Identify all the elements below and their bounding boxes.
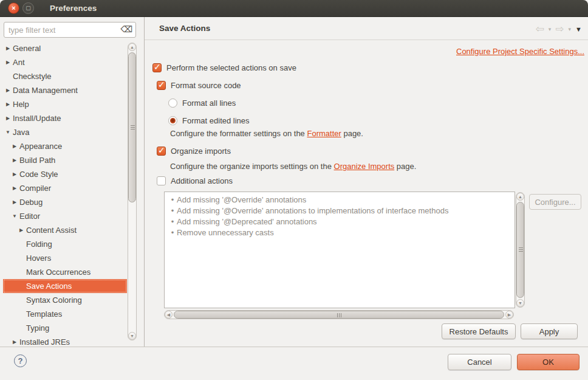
- tree-expand-icon[interactable]: ▶: [10, 167, 19, 181]
- tree-item-label: Build Path: [19, 153, 55, 167]
- tree-item-label: Java: [13, 125, 29, 139]
- bullet-icon: •: [168, 216, 177, 227]
- forward-history-dropdown-icon[interactable]: ▾: [569, 26, 572, 32]
- additional-actions-row[interactable]: Additional actions: [157, 176, 233, 185]
- filter-input[interactable]: [4, 22, 136, 38]
- tree-expand-icon[interactable]: ▶: [3, 97, 13, 111]
- tree-expand-icon[interactable]: ▼: [10, 209, 19, 223]
- actions-list-item-label: Add missing '@Override' annotations: [177, 195, 306, 206]
- tree-expand-icon[interactable]: ▶: [3, 55, 13, 69]
- tree-item-label: Content Assist: [26, 223, 77, 237]
- maximize-button[interactable]: ▢: [22, 2, 34, 14]
- perform-actions-checkbox[interactable]: [152, 63, 162, 72]
- preferences-window: × ▢ Preferences ⌫ ▶ General ▶ Ant Checks…: [0, 0, 588, 380]
- cancel-button[interactable]: Cancel: [448, 354, 511, 370]
- tree-expand-icon[interactable]: ▶: [10, 335, 19, 347]
- sidebar-tree-item[interactable]: ▶ Appearance: [3, 139, 127, 153]
- tree-expand-icon[interactable]: ▶: [10, 153, 19, 167]
- sidebar-tree-item[interactable]: Checkstyle: [3, 69, 127, 83]
- sidebar-tree-item[interactable]: ▶ Build Path: [3, 153, 127, 167]
- tree-item-label: Typing: [26, 321, 49, 335]
- format-all-lines-radio[interactable]: [168, 98, 177, 108]
- configure-button[interactable]: Configure...: [529, 194, 581, 210]
- clear-filter-icon[interactable]: ⌫: [120, 24, 132, 34]
- sidebar-tree-item[interactable]: ▶ Compiler: [3, 181, 127, 195]
- tree-item-label: Mark Occurrences: [26, 265, 91, 279]
- format-all-lines-row[interactable]: Format all lines: [168, 98, 236, 108]
- page-title: Save Actions: [159, 24, 210, 33]
- tree-expand-icon[interactable]: ▶: [3, 83, 13, 97]
- tree-expand-icon[interactable]: ▶: [16, 223, 26, 237]
- tree-scrollbar[interactable]: ▲ ▼: [128, 43, 137, 340]
- tree-expand-icon[interactable]: ▶: [10, 181, 19, 195]
- bullet-icon: •: [168, 206, 177, 216]
- sidebar-tree-item[interactable]: ▶ Ant: [3, 55, 127, 69]
- sidebar-tree-item[interactable]: ▶ Installed JREs: [3, 335, 127, 347]
- format-source-row[interactable]: Format source code: [157, 80, 241, 90]
- tree-expand-icon[interactable]: ▶: [10, 139, 19, 153]
- sidebar-tree-item[interactable]: ▶ Code Style: [3, 167, 127, 181]
- tree-expand-icon[interactable]: ▶: [3, 41, 13, 55]
- perform-actions-row[interactable]: Perform the selected actions on save: [152, 63, 296, 72]
- format-source-checkbox[interactable]: [157, 81, 166, 90]
- configure-project-settings-link[interactable]: Configure Project Specific Settings...: [456, 47, 584, 56]
- sidebar-tree-item[interactable]: Hovers: [3, 251, 127, 265]
- sidebar-tree-item[interactable]: Mark Occurrences: [3, 265, 127, 279]
- sidebar-tree-item[interactable]: Syntax Coloring: [3, 293, 127, 307]
- actions-list-scrollbar[interactable]: ▲ ▼: [516, 192, 525, 308]
- sidebar-tree-item[interactable]: ▶ Help: [3, 97, 127, 111]
- actions-list-hscrollbar[interactable]: ◀ ▶: [164, 310, 514, 319]
- format-edited-lines-radio[interactable]: [168, 116, 177, 125]
- sidebar-tree-item[interactable]: Templates: [3, 307, 127, 321]
- sidebar-tree-item[interactable]: Folding: [3, 237, 127, 251]
- tree-item-label: Editor: [19, 209, 40, 223]
- organize-imports-page-link[interactable]: Organize Imports: [334, 162, 395, 171]
- tree-expand-icon[interactable]: ▼: [3, 125, 13, 139]
- actions-list-item[interactable]: • Add missing '@Override' annotations to…: [168, 206, 511, 216]
- help-button[interactable]: ?: [14, 354, 27, 367]
- sidebar-tree-item[interactable]: ▶ Debug: [3, 195, 127, 209]
- forward-icon[interactable]: ⇨: [555, 23, 564, 35]
- tree-item-label: Help: [13, 97, 29, 111]
- scroll-up-icon[interactable]: ▲: [516, 193, 524, 201]
- actions-list-item[interactable]: • Remove unnecessary casts: [168, 227, 511, 238]
- restore-defaults-button[interactable]: Restore Defaults: [442, 323, 516, 339]
- actions-list-item[interactable]: • Add missing '@Override' annotations: [168, 195, 511, 206]
- maximize-icon: ▢: [26, 5, 31, 11]
- additional-actions-checkbox[interactable]: [157, 176, 166, 185]
- sidebar-tree-item[interactable]: ▶ Data Management: [3, 83, 127, 97]
- formatter-page-link[interactable]: Formatter: [307, 129, 341, 138]
- organize-imports-row[interactable]: Organize imports: [157, 146, 231, 156]
- apply-button[interactable]: Apply: [521, 323, 578, 339]
- scroll-down-icon[interactable]: ▼: [128, 332, 136, 340]
- actions-list-item[interactable]: • Add missing '@Deprecated' annotations: [168, 216, 511, 227]
- organize-imports-checkbox[interactable]: [157, 147, 166, 156]
- scroll-right-icon[interactable]: ▶: [505, 311, 513, 319]
- sidebar-tree-item[interactable]: ▶ General: [3, 41, 127, 55]
- sidebar-tree-item[interactable]: ▼ Editor: [3, 209, 127, 223]
- ok-button[interactable]: OK: [517, 354, 579, 370]
- header-separator: [145, 40, 588, 40]
- tree-expand-icon[interactable]: ▶: [10, 195, 19, 209]
- actions-list-hscrollbar-thumb[interactable]: [174, 311, 504, 319]
- actions-list-item-label: Remove unnecessary casts: [177, 227, 274, 238]
- view-menu-icon[interactable]: ▼: [575, 26, 582, 33]
- sidebar-tree-item[interactable]: Typing: [3, 321, 127, 335]
- tree-scrollbar-thumb[interactable]: [128, 52, 136, 202]
- sidebar-tree-item[interactable]: Save Actions: [3, 279, 127, 293]
- back-icon[interactable]: ⇦: [536, 23, 544, 35]
- sidebar-tree-item[interactable]: ▼ Java: [3, 125, 127, 139]
- actions-list-scrollbar-thumb[interactable]: [516, 202, 524, 298]
- close-button[interactable]: ×: [8, 2, 19, 14]
- format-edited-lines-row[interactable]: Format edited lines: [168, 116, 250, 125]
- format-source-label: Format source code: [171, 81, 241, 90]
- content-panel: Save Actions ⇦ ▾ ⇨ ▾ ▼ Configure Project…: [145, 17, 588, 347]
- scroll-up-icon[interactable]: ▲: [128, 43, 136, 51]
- scroll-down-icon[interactable]: ▼: [516, 299, 524, 307]
- back-history-dropdown-icon[interactable]: ▾: [549, 26, 552, 32]
- scroll-left-icon[interactable]: ◀: [165, 311, 173, 319]
- actions-list[interactable]: • Add missing '@Override' annotations • …: [164, 192, 515, 308]
- sidebar-tree-item[interactable]: ▶ Install/Update: [3, 111, 127, 125]
- sidebar-tree-item[interactable]: ▶ Content Assist: [3, 223, 127, 237]
- tree-expand-icon[interactable]: ▶: [3, 111, 13, 125]
